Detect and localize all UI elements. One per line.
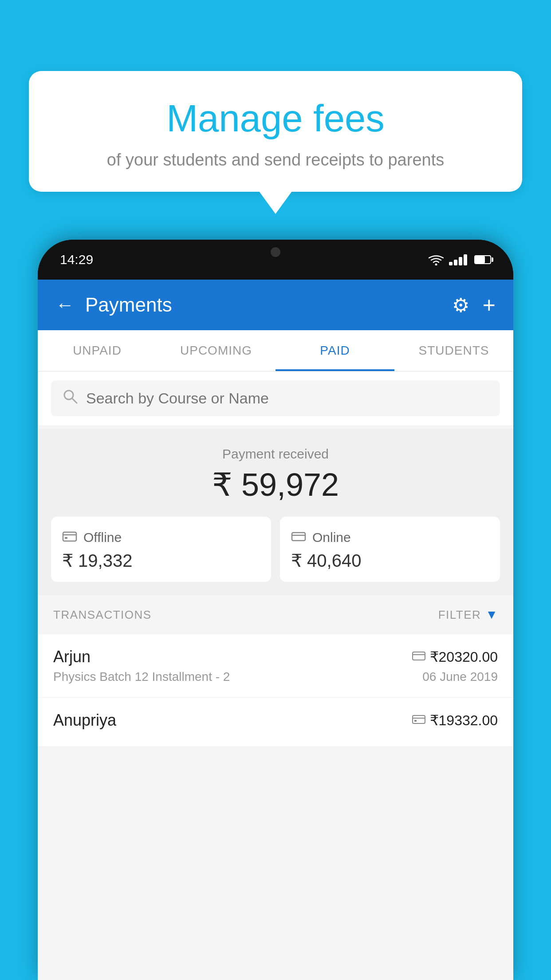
filter-icon: ▼ <box>485 608 498 622</box>
transaction-amount-section: ₹20320.00 <box>412 648 498 665</box>
payment-summary: Payment received ₹ 59,972 Offline <box>38 429 513 595</box>
tab-paid[interactable]: PAID <box>276 330 394 371</box>
add-button[interactable]: + <box>483 292 496 318</box>
svg-rect-3 <box>63 532 76 541</box>
app-header: ← Payments ⚙ + <box>38 280 513 330</box>
speech-bubble: Manage fees of your students and send re… <box>29 71 522 192</box>
tab-upcoming[interactable]: UPCOMING <box>157 330 276 371</box>
search-icon <box>62 388 78 408</box>
online-card: Online ₹ 40,640 <box>280 517 500 582</box>
card-small-icon <box>412 651 425 663</box>
table-row[interactable]: Arjun ₹20320.00 Physics Batch 12 Install… <box>38 634 513 698</box>
transaction-bottom: Physics Batch 12 Installment - 2 06 June… <box>53 670 498 684</box>
online-amount: ₹ 40,640 <box>291 550 489 571</box>
transaction-amount: ₹20320.00 <box>430 648 498 665</box>
tab-unpaid[interactable]: UNPAID <box>38 330 157 371</box>
online-card-header: Online <box>291 530 489 545</box>
speech-bubble-title: Manage fees <box>51 98 500 139</box>
battery-icon <box>474 255 491 264</box>
student-name: Anupriya <box>53 711 116 730</box>
svg-rect-8 <box>413 652 425 660</box>
header-left: ← Payments <box>55 294 172 316</box>
svg-rect-12 <box>414 720 417 722</box>
transaction-amount-section: ₹19332.00 <box>412 712 498 729</box>
tab-students[interactable]: STUDENTS <box>394 330 513 371</box>
status-icons <box>429 254 491 265</box>
filter-label: FILTER <box>438 608 481 622</box>
payment-amount: ₹ 59,972 <box>51 466 500 503</box>
offline-small-icon <box>412 715 425 726</box>
back-button[interactable]: ← <box>55 294 74 316</box>
table-row[interactable]: Anupriya ₹19332.00 <box>38 698 513 747</box>
camera <box>271 247 280 257</box>
svg-rect-10 <box>413 715 425 723</box>
offline-icon <box>62 530 77 545</box>
svg-rect-6 <box>292 533 305 541</box>
filter-section[interactable]: FILTER ▼ <box>438 608 498 622</box>
payment-cards: Offline ₹ 19,332 Online <box>51 517 500 582</box>
svg-line-2 <box>72 399 77 403</box>
phone-frame: 14:29 <box>38 240 513 980</box>
search-bar[interactable] <box>51 380 500 416</box>
signal-icon <box>449 254 467 265</box>
online-type: Online <box>312 530 351 545</box>
transaction-amount: ₹19332.00 <box>430 712 498 729</box>
transaction-course: Physics Batch 12 Installment - 2 <box>53 670 230 684</box>
transaction-date: 06 June 2019 <box>422 670 498 684</box>
online-icon <box>291 531 306 544</box>
student-name: Arjun <box>53 648 91 666</box>
gear-icon[interactable]: ⚙ <box>452 294 469 316</box>
header-right: ⚙ + <box>452 292 496 318</box>
transaction-top: Anupriya ₹19332.00 <box>53 711 498 730</box>
status-time: 14:29 <box>60 252 93 267</box>
offline-card: Offline ₹ 19,332 <box>51 517 271 582</box>
transactions-header: TRANSACTIONS FILTER ▼ <box>38 595 513 634</box>
page-title: Payments <box>85 294 172 316</box>
svg-rect-5 <box>65 537 67 539</box>
status-bar: 14:29 <box>38 240 513 280</box>
offline-amount: ₹ 19,332 <box>62 550 260 571</box>
tabs-bar: UNPAID UPCOMING PAID STUDENTS <box>38 330 513 371</box>
wifi-icon <box>429 254 444 265</box>
offline-card-header: Offline <box>62 530 260 545</box>
notch <box>249 240 302 264</box>
search-input[interactable] <box>86 390 489 407</box>
speech-bubble-subtitle: of your students and send receipts to pa… <box>51 150 500 170</box>
transactions-label: TRANSACTIONS <box>53 608 152 622</box>
search-section <box>38 371 513 425</box>
transaction-top: Arjun ₹20320.00 <box>53 648 498 666</box>
app-screen: ← Payments ⚙ + UNPAID UPCOMING PAID STUD… <box>38 280 513 980</box>
offline-type: Offline <box>83 530 122 545</box>
payment-received-label: Payment received <box>51 447 500 462</box>
svg-point-0 <box>435 264 437 266</box>
